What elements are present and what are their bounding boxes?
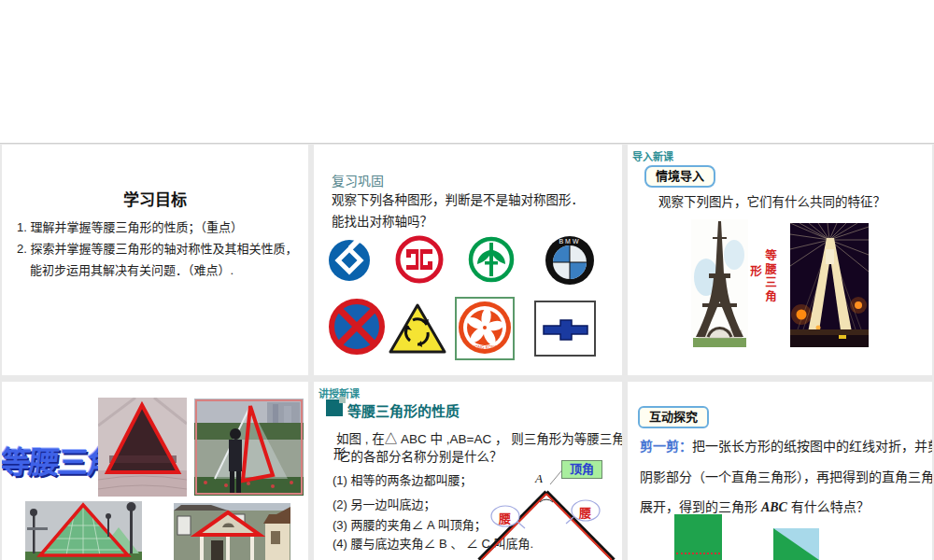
svg-text:BMW: BMW — [559, 238, 580, 245]
roundabout-warning-sign-icon — [388, 301, 447, 359]
abc-bank-logo-icon — [467, 233, 516, 289]
slide-thumbnail-lesson[interactable]: 讲授新课 等腰三角形的性质 如图 , 在△ ABC 中 ,AB=AC ， 则三角… — [314, 382, 622, 560]
review-heading: 复习巩固 — [332, 171, 384, 189]
slide-thumbnail-activity[interactable]: 互动探究 剪一剪：把一张长方形的纸按图中的红线对折，并剪去 阴影部分（一个直角三… — [628, 382, 932, 560]
lesson-item-1: (1) 相等的两条边都叫腰； — [333, 470, 473, 488]
slide-thumbnail-review[interactable]: 复习巩固 观察下列各种图形，判断是不是轴对称图形． 能找出对称轴吗？ — [314, 145, 622, 375]
glass-pyramid-photo — [25, 501, 142, 560]
lesson-item-3: (3) 两腰的夹角∠ A 叫顶角； — [333, 515, 487, 533]
goals-item-2-cont: 能初步运用其解决有关问题．（难点）. — [30, 260, 308, 278]
house-gable-photo — [174, 503, 290, 560]
no-stopping-sign-icon — [329, 299, 385, 358]
lesson-heading: 等腰三角形的性质 — [347, 400, 460, 420]
review-line-1: 观察下列各种图形，判断是不是轴对称图形． — [332, 189, 584, 208]
interactive-explore-button[interactable]: 互动探究 — [638, 406, 709, 428]
slide-sorter-canvas: 学习目标 1. 理解并掌握等腰三角形的性质；（重点） 2. 探索并掌握等腰三角形… — [0, 0, 934, 560]
activity-line-3: 展开，得到的三角形 ABC 有什么特点？ — [640, 497, 925, 515]
apex-angle-label: 顶角 — [561, 460, 602, 479]
slide-thumbnail-intro[interactable]: 导入新课 情境导入 观察下列图片，它们有什么共同的特征？ 等腰三角 形 — [628, 145, 932, 375]
bridge-night-photo — [790, 223, 869, 351]
intro-prompt: 观察下列图片，它们有什么共同的特征？ — [658, 191, 885, 210]
goals-item-2: 2. 探索并掌握等腰三角形的轴对称性及其相关性质， — [17, 239, 297, 257]
situation-intro-button[interactable]: 情境导入 — [644, 165, 715, 188]
icbc-bank-logo-icon — [394, 233, 445, 289]
goals-title: 学习目标 — [2, 187, 308, 210]
activity-line-1: 剪一剪：把一张长方形的纸按图中的红线对折，并剪去 — [640, 436, 925, 455]
slide-thumbnail-goals[interactable]: 学习目标 1. 理解并掌握等腰三角形的性质；（重点） 2. 探索并掌握等腰三角形… — [2, 145, 308, 375]
chevrolet-logo-icon — [534, 301, 596, 360]
cut-lead-label: 剪一剪： — [640, 439, 692, 454]
pyramid-window-photo — [98, 398, 187, 500]
section-square-icon — [326, 399, 343, 416]
lesson-item-2: (2) 另一边叫底边； — [333, 495, 436, 512]
ccb-bank-logo-icon — [327, 234, 372, 289]
vertex-a-label: A — [535, 471, 543, 486]
left-leg-label: 腰 — [499, 509, 511, 526]
bmw-logo-icon: BMW — [544, 235, 596, 289]
fold-dotted-line — [676, 553, 720, 554]
intro-corner-label: 导入新课 — [632, 148, 673, 163]
isosceles-triangle-diagram: 顶角 A 腰 腰 — [468, 460, 619, 560]
folded-paper-rectangle — [674, 514, 722, 560]
cut-paper-shape — [773, 528, 819, 560]
eiffel-tower-photo — [691, 219, 748, 351]
review-line-2: 能找出对称轴吗？ — [332, 211, 432, 230]
hongkong-emblem-icon: HONG KONG — [455, 297, 515, 364]
park-pyramid-photo — [194, 399, 304, 499]
isosceles-vertical-caption-cont: 形 — [746, 265, 764, 279]
slide-thumbnail-photos[interactable]: 等腰三角形 — [2, 382, 308, 560]
svg-text:HONG KONG: HONG KONG — [472, 345, 499, 350]
right-leg-label: 腰 — [579, 503, 591, 521]
activity-line-2: 阴影部分（一个直角三角形），再把得到的直角三角形 — [640, 467, 925, 485]
lesson-line-1: 如图 , 在△ ABC 中 ,AB=AC ， 则三角形为等腰三角 — [336, 428, 622, 447]
goals-item-1: 1. 理解并掌握等腰三角形的性质；（重点） — [17, 217, 297, 235]
